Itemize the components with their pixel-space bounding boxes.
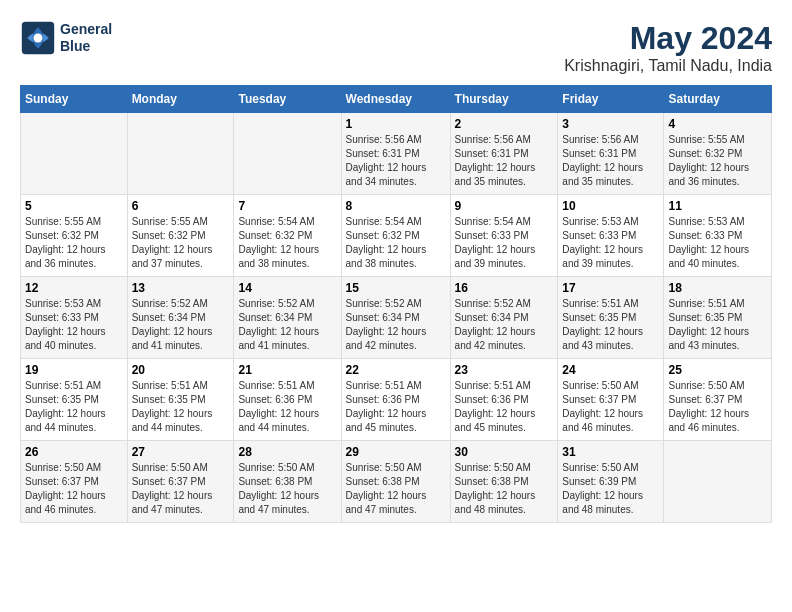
day-number: 16 (455, 281, 554, 295)
calendar-cell: 22Sunrise: 5:51 AM Sunset: 6:36 PM Dayli… (341, 359, 450, 441)
week-row-3: 12Sunrise: 5:53 AM Sunset: 6:33 PM Dayli… (21, 277, 772, 359)
day-info: Sunrise: 5:55 AM Sunset: 6:32 PM Dayligh… (132, 215, 230, 271)
day-info: Sunrise: 5:51 AM Sunset: 6:35 PM Dayligh… (668, 297, 767, 353)
day-info: Sunrise: 5:55 AM Sunset: 6:32 PM Dayligh… (668, 133, 767, 189)
calendar-cell: 15Sunrise: 5:52 AM Sunset: 6:34 PM Dayli… (341, 277, 450, 359)
calendar-cell: 28Sunrise: 5:50 AM Sunset: 6:38 PM Dayli… (234, 441, 341, 523)
day-number: 25 (668, 363, 767, 377)
weekday-header-sunday: Sunday (21, 86, 128, 113)
calendar-cell: 9Sunrise: 5:54 AM Sunset: 6:33 PM Daylig… (450, 195, 558, 277)
day-info: Sunrise: 5:50 AM Sunset: 6:37 PM Dayligh… (25, 461, 123, 517)
calendar-cell: 12Sunrise: 5:53 AM Sunset: 6:33 PM Dayli… (21, 277, 128, 359)
calendar-cell: 29Sunrise: 5:50 AM Sunset: 6:38 PM Dayli… (341, 441, 450, 523)
day-info: Sunrise: 5:51 AM Sunset: 6:35 PM Dayligh… (25, 379, 123, 435)
day-number: 9 (455, 199, 554, 213)
day-number: 3 (562, 117, 659, 131)
day-info: Sunrise: 5:52 AM Sunset: 6:34 PM Dayligh… (346, 297, 446, 353)
calendar-cell: 25Sunrise: 5:50 AM Sunset: 6:37 PM Dayli… (664, 359, 772, 441)
weekday-header-friday: Friday (558, 86, 664, 113)
calendar-cell: 21Sunrise: 5:51 AM Sunset: 6:36 PM Dayli… (234, 359, 341, 441)
day-info: Sunrise: 5:50 AM Sunset: 6:38 PM Dayligh… (455, 461, 554, 517)
day-info: Sunrise: 5:51 AM Sunset: 6:36 PM Dayligh… (238, 379, 336, 435)
day-info: Sunrise: 5:53 AM Sunset: 6:33 PM Dayligh… (562, 215, 659, 271)
calendar-cell (127, 113, 234, 195)
day-info: Sunrise: 5:55 AM Sunset: 6:32 PM Dayligh… (25, 215, 123, 271)
logo-text: General Blue (60, 21, 112, 55)
day-info: Sunrise: 5:50 AM Sunset: 6:39 PM Dayligh… (562, 461, 659, 517)
logo: General Blue (20, 20, 112, 56)
day-number: 1 (346, 117, 446, 131)
calendar-cell: 18Sunrise: 5:51 AM Sunset: 6:35 PM Dayli… (664, 277, 772, 359)
day-info: Sunrise: 5:50 AM Sunset: 6:37 PM Dayligh… (562, 379, 659, 435)
day-info: Sunrise: 5:50 AM Sunset: 6:38 PM Dayligh… (238, 461, 336, 517)
week-row-4: 19Sunrise: 5:51 AM Sunset: 6:35 PM Dayli… (21, 359, 772, 441)
day-number: 24 (562, 363, 659, 377)
day-number: 4 (668, 117, 767, 131)
svg-point-1 (34, 34, 43, 43)
day-number: 5 (25, 199, 123, 213)
day-number: 29 (346, 445, 446, 459)
calendar-cell: 26Sunrise: 5:50 AM Sunset: 6:37 PM Dayli… (21, 441, 128, 523)
day-info: Sunrise: 5:54 AM Sunset: 6:32 PM Dayligh… (346, 215, 446, 271)
day-info: Sunrise: 5:50 AM Sunset: 6:37 PM Dayligh… (132, 461, 230, 517)
calendar-cell: 1Sunrise: 5:56 AM Sunset: 6:31 PM Daylig… (341, 113, 450, 195)
day-number: 7 (238, 199, 336, 213)
day-number: 22 (346, 363, 446, 377)
calendar-cell: 11Sunrise: 5:53 AM Sunset: 6:33 PM Dayli… (664, 195, 772, 277)
day-info: Sunrise: 5:53 AM Sunset: 6:33 PM Dayligh… (668, 215, 767, 271)
calendar-cell (664, 441, 772, 523)
calendar-cell: 19Sunrise: 5:51 AM Sunset: 6:35 PM Dayli… (21, 359, 128, 441)
day-info: Sunrise: 5:54 AM Sunset: 6:33 PM Dayligh… (455, 215, 554, 271)
day-info: Sunrise: 5:56 AM Sunset: 6:31 PM Dayligh… (455, 133, 554, 189)
calendar-cell: 6Sunrise: 5:55 AM Sunset: 6:32 PM Daylig… (127, 195, 234, 277)
day-info: Sunrise: 5:50 AM Sunset: 6:37 PM Dayligh… (668, 379, 767, 435)
day-number: 26 (25, 445, 123, 459)
day-info: Sunrise: 5:51 AM Sunset: 6:35 PM Dayligh… (562, 297, 659, 353)
week-row-2: 5Sunrise: 5:55 AM Sunset: 6:32 PM Daylig… (21, 195, 772, 277)
day-info: Sunrise: 5:52 AM Sunset: 6:34 PM Dayligh… (455, 297, 554, 353)
calendar-cell: 27Sunrise: 5:50 AM Sunset: 6:37 PM Dayli… (127, 441, 234, 523)
day-info: Sunrise: 5:52 AM Sunset: 6:34 PM Dayligh… (132, 297, 230, 353)
calendar-cell: 7Sunrise: 5:54 AM Sunset: 6:32 PM Daylig… (234, 195, 341, 277)
logo-icon (20, 20, 56, 56)
day-number: 10 (562, 199, 659, 213)
day-number: 17 (562, 281, 659, 295)
weekday-header-tuesday: Tuesday (234, 86, 341, 113)
day-info: Sunrise: 5:56 AM Sunset: 6:31 PM Dayligh… (346, 133, 446, 189)
calendar-cell: 3Sunrise: 5:56 AM Sunset: 6:31 PM Daylig… (558, 113, 664, 195)
day-number: 23 (455, 363, 554, 377)
day-number: 30 (455, 445, 554, 459)
day-info: Sunrise: 5:52 AM Sunset: 6:34 PM Dayligh… (238, 297, 336, 353)
weekday-header-row: SundayMondayTuesdayWednesdayThursdayFrid… (21, 86, 772, 113)
week-row-5: 26Sunrise: 5:50 AM Sunset: 6:37 PM Dayli… (21, 441, 772, 523)
day-number: 14 (238, 281, 336, 295)
weekday-header-wednesday: Wednesday (341, 86, 450, 113)
day-number: 11 (668, 199, 767, 213)
calendar-cell: 23Sunrise: 5:51 AM Sunset: 6:36 PM Dayli… (450, 359, 558, 441)
calendar-table: SundayMondayTuesdayWednesdayThursdayFrid… (20, 85, 772, 523)
day-info: Sunrise: 5:56 AM Sunset: 6:31 PM Dayligh… (562, 133, 659, 189)
main-title: May 2024 (564, 20, 772, 57)
calendar-cell: 20Sunrise: 5:51 AM Sunset: 6:35 PM Dayli… (127, 359, 234, 441)
day-info: Sunrise: 5:50 AM Sunset: 6:38 PM Dayligh… (346, 461, 446, 517)
day-number: 27 (132, 445, 230, 459)
calendar-cell: 17Sunrise: 5:51 AM Sunset: 6:35 PM Dayli… (558, 277, 664, 359)
weekday-header-thursday: Thursday (450, 86, 558, 113)
subtitle: Krishnagiri, Tamil Nadu, India (564, 57, 772, 75)
day-number: 20 (132, 363, 230, 377)
day-number: 21 (238, 363, 336, 377)
calendar-cell: 30Sunrise: 5:50 AM Sunset: 6:38 PM Dayli… (450, 441, 558, 523)
day-number: 8 (346, 199, 446, 213)
day-number: 13 (132, 281, 230, 295)
calendar-cell: 16Sunrise: 5:52 AM Sunset: 6:34 PM Dayli… (450, 277, 558, 359)
day-number: 18 (668, 281, 767, 295)
day-number: 28 (238, 445, 336, 459)
day-number: 19 (25, 363, 123, 377)
calendar-cell: 4Sunrise: 5:55 AM Sunset: 6:32 PM Daylig… (664, 113, 772, 195)
day-number: 12 (25, 281, 123, 295)
weekday-header-monday: Monday (127, 86, 234, 113)
calendar-cell: 10Sunrise: 5:53 AM Sunset: 6:33 PM Dayli… (558, 195, 664, 277)
calendar-cell: 8Sunrise: 5:54 AM Sunset: 6:32 PM Daylig… (341, 195, 450, 277)
calendar-cell: 24Sunrise: 5:50 AM Sunset: 6:37 PM Dayli… (558, 359, 664, 441)
day-number: 6 (132, 199, 230, 213)
